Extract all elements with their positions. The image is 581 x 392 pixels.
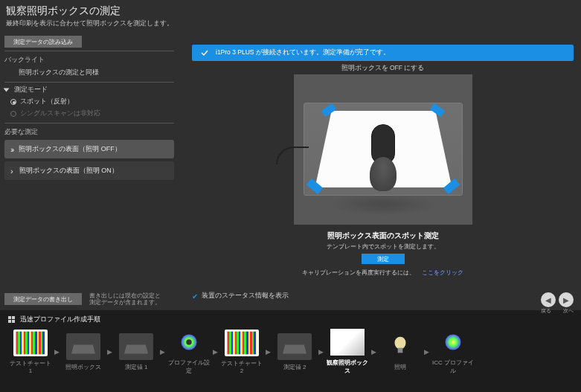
step-on-label: 照明ボックスの表面（照明 ON） xyxy=(19,166,118,176)
next-label: 次へ xyxy=(563,307,574,315)
mode-spot-radio[interactable]: スポット（反射） xyxy=(4,96,174,108)
svg-point-1 xyxy=(186,339,192,345)
chart-icon xyxy=(225,330,259,356)
svg-rect-3 xyxy=(398,347,403,353)
chevron-right-icon: › xyxy=(10,167,13,176)
wf-step-testchart1[interactable]: テストチャート 1 xyxy=(7,330,54,374)
svg-point-4 xyxy=(446,335,461,350)
back-label: 戻る xyxy=(541,307,551,315)
box-icon xyxy=(66,333,100,360)
workflow-steps: テストチャート 1 ▶ 照明ボックス ▶ 測定値 1 ▶ プロファイル設定 ▶ … xyxy=(7,329,574,375)
workflow-heading: 迅速プロファイル作成手順 xyxy=(7,315,574,324)
checkmark-icon: ✔ xyxy=(192,292,198,301)
required-measure-heading: 必要な測定 xyxy=(4,128,174,137)
radio-icon xyxy=(10,99,16,105)
banner-text: i1Pro 3 PLUS が接続されています。測定準備が完了です。 xyxy=(216,48,390,57)
back-button[interactable]: ◀ xyxy=(541,292,556,307)
page-title: 観察照明ボックスの測定 xyxy=(6,4,575,18)
wf-step-observe-lightbox[interactable]: 観察照明ボックス xyxy=(324,329,370,375)
status-banner: i1Pro 3 PLUS が接続されています。測定準備が完了です。 xyxy=(192,45,574,61)
device-illustration xyxy=(370,124,397,191)
turn-off-link[interactable]: 照明ボックスを OFF にする xyxy=(192,64,574,73)
grid-icon xyxy=(7,315,16,324)
measure-mode-heading[interactable]: 測定モード xyxy=(4,84,174,96)
svg-point-2 xyxy=(395,336,406,349)
show-status-checkbox[interactable]: ✔ 装置のステータス情報を表示 xyxy=(192,292,574,301)
wf-step-lighting[interactable]: 照明 xyxy=(377,333,423,371)
wf-step-lightbox[interactable]: 照明ボックス xyxy=(60,333,106,371)
box-icon xyxy=(277,333,312,360)
backlight-same-as-measure[interactable]: 照明ボックスの測定と同様 xyxy=(4,67,174,79)
gear-color-icon xyxy=(172,329,206,356)
mode-scan-label: シングルスキャンは非対応 xyxy=(20,109,100,118)
next-button[interactable]: ▶ xyxy=(559,292,574,307)
caption-title: 照明ボックス表面のスポット測定 xyxy=(192,231,574,241)
lightbox-frame xyxy=(304,103,463,196)
mode-scan-radio-disabled: シングルスキャンは非対応 xyxy=(4,108,174,120)
wf-step-measure2[interactable]: 測定値 2 xyxy=(272,333,318,371)
wf-step-measure1[interactable]: 測定値 1 xyxy=(113,333,159,371)
export-note: 書き出しには現在の設定と 測定データが含まれます。 xyxy=(89,292,161,306)
backlight-heading: バックライト xyxy=(4,56,174,65)
radio-icon xyxy=(10,111,16,117)
gear-color-icon xyxy=(436,329,470,356)
recal-text: キャリブレーションを再度実行するには、 xyxy=(302,269,415,276)
show-status-label: 装置のステータス情報を表示 xyxy=(202,292,289,301)
mode-spot-label: スポット（反射） xyxy=(20,97,74,106)
check-icon xyxy=(199,48,210,58)
box-icon xyxy=(119,333,153,360)
wf-step-icc-profile[interactable]: ICC プロファイル xyxy=(430,329,476,375)
recal-link[interactable]: ここをクリック xyxy=(422,269,463,276)
step-off-label: 照明ボックスの表面（照明 OFF） xyxy=(19,144,121,154)
page-subtitle: 最終印刷を表示に合わせて照明ボックスを測定します。 xyxy=(6,19,575,28)
sidebar-item-label: 照明ボックスの測定と同様 xyxy=(19,68,99,77)
lightbox-icon xyxy=(330,329,365,356)
measure-button[interactable]: 測定 xyxy=(362,254,405,264)
chart-icon xyxy=(13,330,48,356)
measure-mode-label: 測定モード xyxy=(14,86,48,94)
chevrons-right-icon: ›› xyxy=(10,145,13,154)
illustration-stage xyxy=(294,74,472,225)
triangle-down-icon xyxy=(4,89,10,92)
required-step-off[interactable]: ›› 照明ボックスの表面（照明 OFF） xyxy=(4,140,174,158)
wf-step-testchart2[interactable]: テストチャート 2 xyxy=(219,330,265,374)
bulb-icon xyxy=(383,333,417,360)
caption-sub: テンプレート内でスポットを測定します。 xyxy=(192,242,574,251)
wf-step-profile-settings[interactable]: プロファイル設定 xyxy=(166,329,212,375)
required-step-on[interactable]: › 照明ボックスの表面（照明 ON） xyxy=(4,161,174,180)
export-data-button[interactable]: 測定データの書き出し xyxy=(4,293,82,305)
